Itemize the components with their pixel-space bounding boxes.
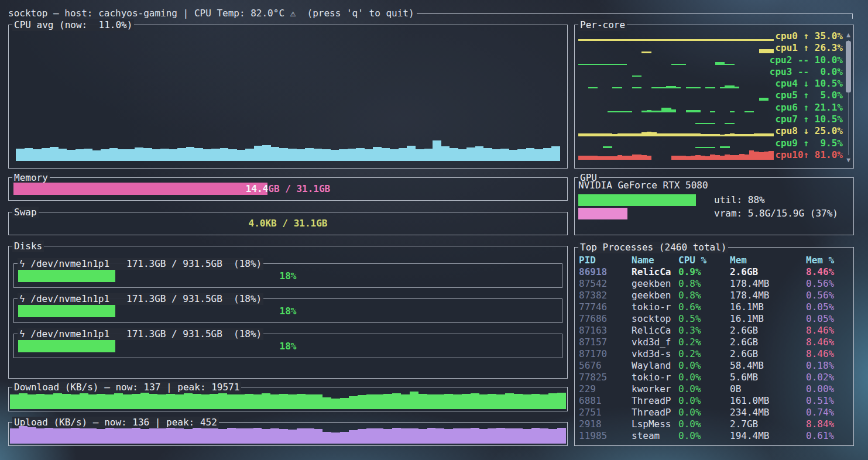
core-sparkline <box>578 150 774 160</box>
spark-bar <box>725 155 729 160</box>
process-row[interactable]: 86918RelicCa0.9%2.6GB8.46% <box>575 266 853 278</box>
spark-bar <box>701 156 705 160</box>
core-row[interactable]: cpu1 ↑ 26.3% <box>578 42 844 54</box>
chart-bar <box>462 428 471 444</box>
process-row[interactable]: 2751ThreadP0.0%234.4MB0.74% <box>575 407 853 418</box>
scroll-down-icon[interactable]: ▼ <box>845 157 852 163</box>
spark-bar <box>759 133 764 136</box>
spark-bar <box>759 98 764 101</box>
spark-bar <box>739 154 744 160</box>
memory-gauge: 14.4GB / 31.1GB14.4GB / 31.1GB <box>13 183 562 195</box>
spark-bar <box>612 64 617 65</box>
chart-bar <box>227 394 236 409</box>
core-row[interactable]: cpu4 ↓ 10.5% <box>578 78 844 90</box>
process-row[interactable]: 87542geekben0.8%178.4MB0.56% <box>575 278 853 290</box>
core-row[interactable]: cpu0 ↑ 35.0% <box>578 30 844 42</box>
process-column-header[interactable]: PID <box>579 255 632 266</box>
process-row[interactable]: 2918LspMess0.0%2.7GB8.84% <box>575 418 853 430</box>
process-cell-memp: 0.74% <box>806 407 853 418</box>
process-column-header[interactable]: Mem <box>730 255 806 266</box>
process-cell-mem: 161.0MB <box>730 395 806 407</box>
chart-bar <box>358 395 366 409</box>
spark-bar <box>583 64 588 65</box>
percore-list: cpu0 ↑ 35.0%cpu1 ↑ 26.3%cpu2 -- 10.0%cpu… <box>578 30 844 161</box>
chart-bar <box>433 140 441 161</box>
spark-bar <box>730 155 735 160</box>
chart-bar <box>149 394 158 409</box>
chart-bar <box>201 394 210 409</box>
process-cell-name: steam <box>632 430 678 442</box>
process-row[interactable]: 87163RelicCa0.3%2.6GB8.46% <box>575 325 853 337</box>
process-cell-pid: 87157 <box>579 337 632 348</box>
core-row[interactable]: cpu5 ↑ 5.0% <box>578 90 844 101</box>
chart-bar <box>184 429 193 444</box>
process-row[interactable]: 11985steam0.0%194.4MB0.61% <box>575 430 853 442</box>
percore-title: Per-core <box>578 19 627 31</box>
chart-bar <box>97 429 105 444</box>
disks-title: Disks <box>12 241 44 252</box>
process-row[interactable]: 229kworker0.0%0B0.00% <box>575 383 853 395</box>
spark-bar <box>598 39 602 42</box>
chart-bar <box>540 394 548 410</box>
percore-scrollbar[interactable]: ▲ ▼ <box>845 32 852 163</box>
process-cell-mem: 0B <box>730 383 806 395</box>
process-cell-memp: 0.05% <box>806 301 853 313</box>
scroll-up-icon[interactable]: ▲ <box>845 32 852 38</box>
chart-bar <box>97 394 105 409</box>
spark-bar <box>749 150 754 160</box>
swap-gauge: 4.0KB / 31.1GB <box>13 217 562 229</box>
core-row[interactable]: cpu7 ↑ 10.5% <box>578 114 844 125</box>
chart-bar <box>531 394 540 409</box>
core-sparkline <box>578 78 774 88</box>
process-row[interactable]: 6881ThreadP0.0%161.0MB0.51% <box>575 395 853 407</box>
process-row[interactable]: 5676Wayland0.0%58.4MB0.18% <box>575 360 853 372</box>
chart-bar <box>523 429 531 444</box>
process-row[interactable]: 77686socktop0.5%16.1MB0.05% <box>575 313 853 325</box>
process-row[interactable]: 87157vkd3d_f0.2%2.6GB8.46% <box>575 337 853 348</box>
process-column-header[interactable]: Mem % <box>806 255 853 266</box>
spark-bar <box>739 134 744 136</box>
core-row[interactable]: cpu10↑ 81.0% <box>578 149 844 161</box>
process-cell-mem: 2.6GB <box>730 348 806 360</box>
spark-bar <box>715 62 720 65</box>
core-row[interactable]: cpu6 ↑ 21.1% <box>578 102 844 114</box>
core-row[interactable]: cpu3 -- 0.0% <box>578 66 844 78</box>
spark-bar <box>710 111 715 112</box>
chart-bar <box>466 147 475 161</box>
chart-bar <box>143 148 152 161</box>
spark-bar <box>657 133 661 136</box>
spark-bar <box>578 39 583 42</box>
disk-gauge: 18%18% <box>18 305 558 317</box>
chart-bar <box>175 428 184 444</box>
chart-bar <box>71 394 80 409</box>
core-row[interactable]: cpu9 ↑ 9.5% <box>578 138 844 149</box>
process-row[interactable]: 77825tokio-r0.0%5.6MB0.02% <box>575 372 853 383</box>
core-row[interactable]: cpu8 ↓ 25.0% <box>578 125 844 137</box>
spark-bar <box>598 156 602 160</box>
core-label: cpu8 ↓ 25.0% <box>775 125 843 137</box>
spark-bar <box>593 156 598 160</box>
spark-bar <box>583 133 588 136</box>
process-row[interactable]: 77746tokio-r0.6%16.1MB0.05% <box>575 301 853 313</box>
spark-bar <box>730 39 735 42</box>
scrollbar-thumb[interactable] <box>846 41 851 92</box>
download-panel: Download (KB/s) — now: 137 | peak: 19571 <box>8 387 568 411</box>
process-table: 86918RelicCa0.9%2.6GB8.46%87542geekben0.… <box>575 266 853 442</box>
chart-bar <box>245 149 254 161</box>
process-cell-cpu: 0.0% <box>678 360 730 372</box>
spark-bar <box>617 111 622 112</box>
spark-bar <box>608 156 612 160</box>
spark-bar <box>759 39 764 42</box>
process-row[interactable]: 87170vkd3d-s0.2%2.6GB8.46% <box>575 348 853 360</box>
chart-bar <box>262 429 270 444</box>
chart-bar <box>50 147 59 161</box>
spark-bar <box>695 39 700 42</box>
chart-bar <box>297 428 306 444</box>
process-column-header[interactable]: CPU % <box>678 255 730 266</box>
core-row[interactable]: cpu2 -- 10.0% <box>578 54 844 66</box>
core-label: cpu7 ↑ 10.5% <box>775 114 843 125</box>
process-row[interactable]: 87382geekben0.8%178.4MB0.56% <box>575 290 853 301</box>
chart-bar <box>88 428 97 444</box>
chart-bar <box>270 394 279 409</box>
process-column-header[interactable]: Name <box>632 255 678 266</box>
